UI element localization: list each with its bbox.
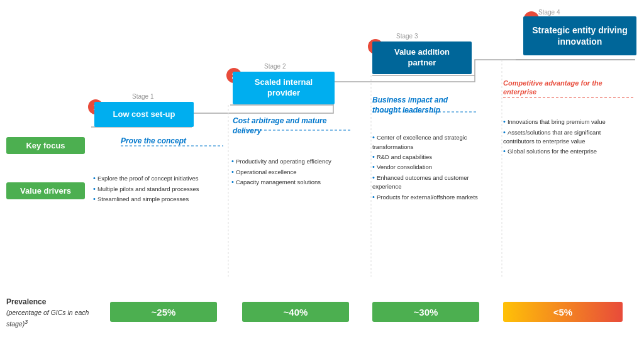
- bullets-stage-4: Innovations that bring premium value Ass…: [503, 116, 629, 157]
- stage-box-3: Value addition partner: [372, 41, 472, 74]
- focus-header-4: Competitive advantage for the enterprise: [503, 79, 626, 97]
- prevalence-bar-2: ~40%: [242, 302, 349, 322]
- stage-label-4: Stage 4: [538, 9, 560, 16]
- bullets-stage-3: Center of excellence and strategic trans…: [372, 132, 486, 202]
- focus-header-1: Prove the concept: [121, 136, 221, 146]
- prevalence-bar-1: ~25%: [110, 302, 217, 322]
- bullets-stage-1: Explore the proof of concept initiatives…: [93, 173, 209, 204]
- focus-header-2: Cost arbitrage and mature delivery: [233, 116, 333, 136]
- prevalence-label: Prevalence (percentage of GICs in each s…: [6, 297, 107, 329]
- focus-header-3: Business impact and thought leadership: [372, 96, 474, 115]
- prevalence-bar-4: <5%: [503, 302, 623, 322]
- diagram-container: Stage 1 Stage 2 Stage 3 Stage 4 1 2 3 4 …: [0, 0, 644, 337]
- value-drivers-label: Value drivers: [6, 182, 85, 199]
- stage-label-2: Stage 2: [264, 63, 286, 70]
- stage-label-1: Stage 1: [132, 93, 153, 100]
- bullets-stage-2: Productivity and operating efficiency Op…: [231, 156, 348, 187]
- prevalence-bar-3: ~30%: [372, 302, 479, 322]
- stage-box-2: Scaled internal provider: [233, 72, 335, 104]
- stage-box-1: Low cost set-up: [94, 102, 194, 127]
- stage-box-4: Strategic entity driving innovation: [523, 16, 636, 55]
- key-focus-label: Key focus: [6, 137, 85, 154]
- stage-label-3: Stage 3: [396, 33, 418, 40]
